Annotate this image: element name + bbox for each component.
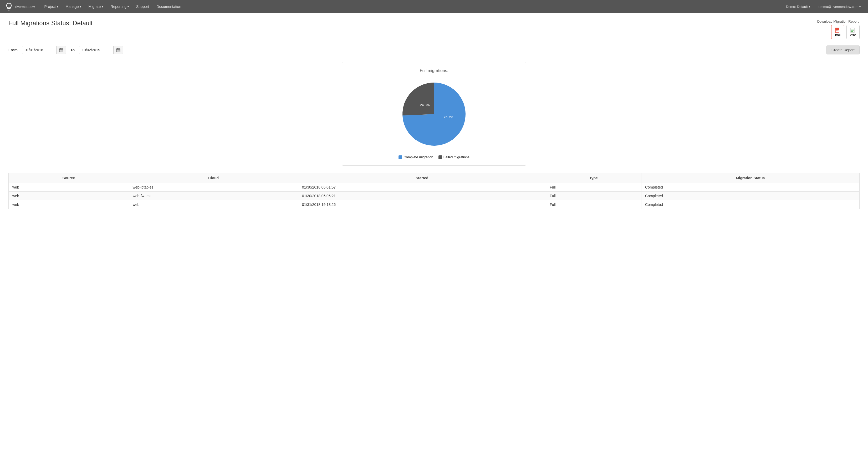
cell-type: Full — [546, 192, 642, 201]
brand-name: rivermeadow — [15, 5, 35, 9]
dropdown-arrow-icon: ▾ — [57, 5, 58, 8]
col-status: Migration Status — [642, 173, 860, 183]
csv-icon — [850, 28, 856, 33]
legend-complete-label: Complete migration — [404, 155, 433, 159]
cell-status: Completed — [642, 201, 860, 209]
legend-complete-color — [399, 155, 402, 159]
nav-right-item[interactable]: Demo: Default ▾ — [783, 3, 813, 11]
from-calendar-button[interactable] — [56, 46, 66, 54]
chart-legend: Complete migration Failed migrations — [348, 155, 520, 159]
svg-rect-17 — [60, 51, 60, 51]
from-date-group — [22, 46, 66, 54]
svg-rect-5 — [851, 28, 854, 33]
svg-rect-15 — [61, 50, 62, 51]
svg-point-1 — [8, 10, 9, 11]
cell-source: web — [9, 183, 129, 192]
to-label: To — [70, 48, 75, 52]
pie-chart: 75.7% 24.3% — [397, 77, 471, 151]
nav-item-support[interactable]: Support — [133, 2, 152, 11]
dropdown-arrow-icon: ▾ — [80, 5, 81, 8]
to-date-input[interactable] — [79, 46, 113, 54]
svg-rect-7 — [851, 30, 854, 30]
svg-rect-9 — [851, 31, 853, 32]
migrations-table: Source Cloud Started Type Migration Stat… — [8, 173, 860, 209]
svg-rect-24 — [118, 50, 119, 51]
table-body: webweb-iptables01/30/2018 06:01:57FullCo… — [9, 183, 860, 209]
chart-title: Full migrations: — [348, 68, 520, 73]
filter-row: From To — [8, 45, 860, 55]
cell-cloud: web — [129, 201, 298, 209]
cell-type: Full — [546, 201, 642, 209]
cell-source: web — [9, 201, 129, 209]
calendar-icon — [116, 48, 120, 52]
nav-right: Demo: Default ▾emma@rivermeadow.com ▾ — [783, 3, 864, 11]
svg-rect-3 — [835, 28, 839, 30]
col-started: Started — [298, 173, 546, 183]
table-row: webweb-fw-test01/30/2018 06:06:21FullCom… — [9, 192, 860, 201]
cell-cloud: web-fw-test — [129, 192, 298, 201]
nav-item-manage[interactable]: Manage ▾ — [62, 2, 84, 11]
download-buttons: PDF PDF CSV — [831, 25, 860, 39]
table-row: webweb01/31/2018 19:13:26FullCompleted — [9, 201, 860, 209]
dropdown-arrow-icon: ▾ — [809, 5, 810, 8]
download-section: Download Migration Report: PDF PDF — [817, 20, 860, 39]
download-pdf-button[interactable]: PDF PDF — [831, 25, 844, 39]
dropdown-arrow-icon: ▾ — [127, 5, 129, 8]
csv-label: CSV — [850, 34, 856, 37]
svg-point-0 — [7, 3, 11, 8]
nav-right-item[interactable]: emma@rivermeadow.com ▾ — [815, 3, 864, 11]
brand[interactable]: rivermeadow — [4, 2, 35, 11]
to-calendar-button[interactable] — [113, 46, 123, 54]
col-source: Source — [9, 173, 129, 183]
calendar-icon — [59, 48, 63, 52]
dropdown-arrow-icon: ▾ — [102, 5, 103, 8]
navbar: rivermeadow Project ▾Manage ▾Migrate ▾Re… — [0, 0, 868, 13]
cell-started: 01/30/2018 06:06:21 — [298, 192, 546, 201]
svg-rect-14 — [60, 50, 60, 51]
from-date-input[interactable] — [22, 46, 56, 54]
svg-rect-16 — [62, 50, 63, 51]
svg-rect-18 — [61, 51, 62, 51]
chart-container: 75.7% 24.3% — [348, 77, 520, 151]
create-report-button[interactable]: Create Report — [827, 45, 860, 55]
svg-text:PDF: PDF — [836, 30, 839, 31]
download-csv-button[interactable]: CSV — [846, 25, 860, 39]
legend-failed-label: Failed migrations — [443, 155, 469, 159]
cell-status: Completed — [642, 183, 860, 192]
page-title: Full Migrations Status: Default — [8, 20, 93, 27]
svg-rect-8 — [851, 31, 854, 31]
svg-text:24.3%: 24.3% — [420, 103, 430, 107]
from-label: From — [8, 48, 18, 52]
cell-started: 01/30/2018 06:01:57 — [298, 183, 546, 192]
nav-item-documentation[interactable]: Documentation — [153, 2, 184, 11]
cell-started: 01/31/2018 19:13:26 — [298, 201, 546, 209]
nav-item-reporting[interactable]: Reporting ▾ — [107, 2, 132, 11]
download-label: Download Migration Report: — [817, 20, 860, 23]
cell-cloud: web-iptables — [129, 183, 298, 192]
cell-type: Full — [546, 183, 642, 192]
svg-text:75.7%: 75.7% — [444, 115, 454, 119]
svg-rect-26 — [117, 51, 118, 51]
pdf-label: PDF — [835, 34, 840, 37]
legend-failed-color — [438, 155, 442, 159]
table-row: webweb-iptables01/30/2018 06:01:57FullCo… — [9, 183, 860, 192]
main-content: Full Migrations Status: Default Download… — [0, 13, 868, 457]
svg-rect-6 — [851, 29, 854, 29]
cell-status: Completed — [642, 192, 860, 201]
pdf-icon: PDF — [835, 28, 841, 33]
cell-source: web — [9, 192, 129, 201]
svg-rect-27 — [118, 51, 119, 51]
nav-item-project[interactable]: Project ▾ — [41, 2, 61, 11]
brand-logo-icon — [4, 2, 14, 11]
svg-rect-25 — [119, 50, 120, 51]
legend-failed: Failed migrations — [438, 155, 469, 159]
dropdown-arrow-icon: ▾ — [859, 5, 861, 8]
svg-rect-23 — [117, 50, 118, 51]
nav-items: Project ▾Manage ▾Migrate ▾Reporting ▾Sup… — [41, 2, 782, 11]
legend-complete: Complete migration — [399, 155, 433, 159]
col-type: Type — [546, 173, 642, 183]
col-cloud: Cloud — [129, 173, 298, 183]
nav-item-migrate[interactable]: Migrate ▾ — [86, 2, 106, 11]
to-date-group — [79, 46, 123, 54]
table-header: Source Cloud Started Type Migration Stat… — [9, 173, 860, 183]
